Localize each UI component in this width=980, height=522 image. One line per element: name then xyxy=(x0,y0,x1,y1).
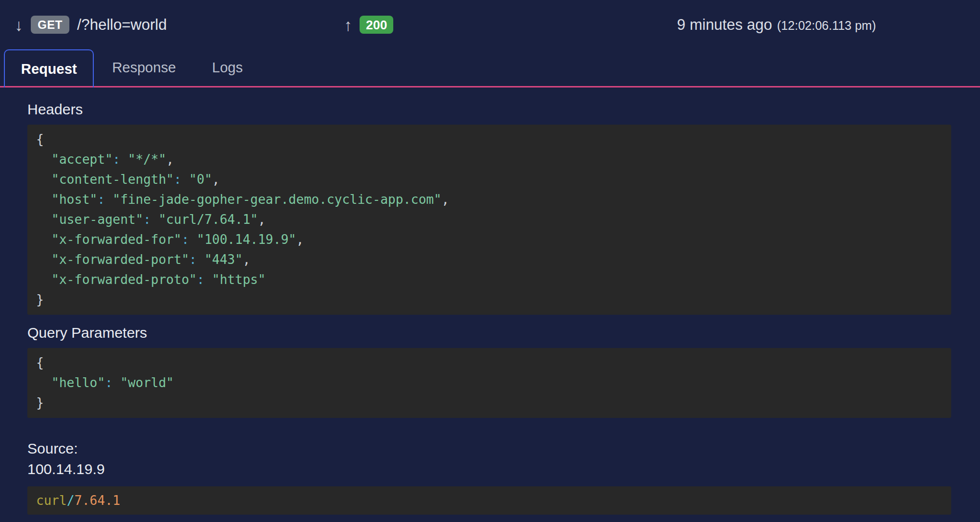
request-tab-panel: Headers { "accept": "*/*", "content-leng… xyxy=(0,101,980,515)
source-ip-address: 100.14.19.9 xyxy=(27,461,951,478)
user-agent-separator: / xyxy=(67,493,75,508)
absolute-time-label: (12:02:06.113 pm) xyxy=(777,19,876,33)
source-section-title: Source: xyxy=(27,440,951,457)
query-parameters-json-block: { "hello": "world" } xyxy=(27,348,951,418)
headers-section-title: Headers xyxy=(27,101,951,118)
status-badge: 200 xyxy=(360,16,393,34)
detail-tabs: Request Response Logs xyxy=(0,49,980,87)
relative-time-label: 9 minutes ago xyxy=(677,16,772,34)
tab-response[interactable]: Response xyxy=(94,49,194,86)
request-timestamp: 9 minutes ago (12:02:06.113 pm) xyxy=(677,16,876,34)
query-parameters-section-title: Query Parameters xyxy=(27,325,951,341)
user-agent-name: curl xyxy=(36,493,67,508)
request-method-path-group: ↓ GET /?hello=world xyxy=(15,16,167,34)
request-path: /?hello=world xyxy=(77,16,167,34)
user-agent-version: 7.64.1 xyxy=(74,493,120,508)
outbound-arrow-icon: ↑ xyxy=(344,17,352,33)
inbound-arrow-icon: ↓ xyxy=(15,17,23,33)
tab-request[interactable]: Request xyxy=(4,49,94,87)
headers-json-block: { "accept": "*/*", "content-length": "0"… xyxy=(27,125,951,315)
tab-logs[interactable]: Logs xyxy=(194,49,261,86)
response-status-group: ↑ 200 xyxy=(344,0,393,49)
method-badge: GET xyxy=(31,16,69,34)
user-agent-block: curl/7.64.1 xyxy=(27,486,951,515)
request-detail-page: ↓ GET /?hello=world ↑ 200 9 minutes ago … xyxy=(0,0,980,522)
request-summary-bar: ↓ GET /?hello=world ↑ 200 9 minutes ago … xyxy=(0,0,980,49)
